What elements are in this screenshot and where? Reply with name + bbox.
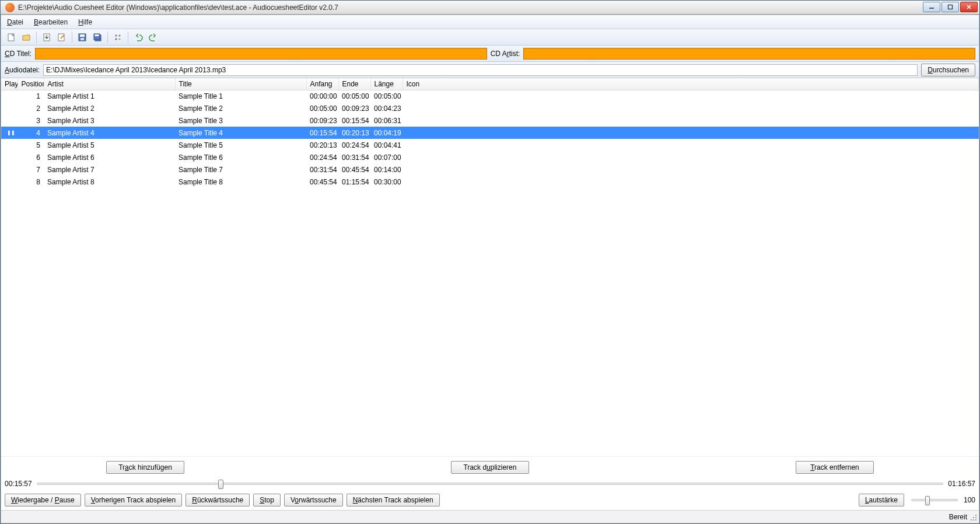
cell-icon	[402, 176, 979, 188]
time-row: 00:15:57 01:16:57	[1, 477, 979, 490]
title-bar: E:\Projekte\Audio Cuesheet Editor (Windo…	[1, 1, 979, 15]
table-row[interactable]: 8Sample Artist 8Sample Title 800:45:5401…	[1, 176, 979, 188]
undo-button[interactable]	[132, 31, 145, 44]
cell-icon	[402, 114, 979, 127]
table-row[interactable]: 3Sample Artist 3Sample Title 300:09:2300…	[1, 114, 979, 127]
edit-track-button[interactable]	[55, 31, 68, 44]
cell-position: 6	[18, 151, 44, 163]
col-end[interactable]: Ende	[338, 78, 370, 90]
edit-icon	[57, 33, 66, 42]
cell-start: 00:15:54	[306, 127, 338, 139]
cell-icon	[402, 151, 979, 163]
browse-button[interactable]: Durchsuchen	[921, 64, 975, 76]
track-actions-row: Track hinzufügen Track duplizieren Track…	[1, 456, 979, 477]
save-button[interactable]	[76, 31, 89, 44]
time-total: 01:16:57	[948, 480, 975, 488]
col-artist[interactable]: Artist	[44, 78, 175, 90]
cell-end: 00:05:00	[338, 90, 370, 102]
stop-button[interactable]: Stop	[253, 494, 281, 506]
import-icon	[42, 33, 51, 42]
cell-artist: Sample Artist 8	[44, 176, 175, 188]
prev-track-button[interactable]: Vorherigen Track abspielen	[85, 494, 182, 506]
cell-artist: Sample Artist 6	[44, 151, 175, 163]
seek-fwd-button[interactable]: Vorwärtssuche	[284, 494, 343, 506]
svg-point-15	[119, 34, 121, 36]
menu-edit[interactable]: Bearbeiten	[32, 17, 70, 27]
cell-icon	[402, 163, 979, 176]
seek-slider[interactable]	[37, 483, 944, 485]
audiofile-input[interactable]	[43, 64, 918, 76]
import-button[interactable]	[40, 31, 53, 44]
cell-length: 00:04:19	[370, 127, 402, 139]
cell-length: 00:07:00	[370, 151, 402, 163]
seek-back-button[interactable]: Rückwärtssuche	[186, 494, 250, 506]
col-length[interactable]: Länge	[370, 78, 402, 90]
col-title[interactable]: Title	[175, 78, 306, 90]
status-text: Bereit	[949, 513, 967, 521]
cell-start: 00:31:54	[306, 163, 338, 176]
cell-artist: Sample Artist 7	[44, 163, 175, 176]
cell-playing	[1, 139, 18, 151]
cell-end: 00:20:13	[338, 127, 370, 139]
cell-title: Sample Title 5	[175, 139, 306, 151]
playpause-button[interactable]: Wiedergabe / Pause	[5, 494, 81, 506]
maximize-button[interactable]	[942, 2, 959, 12]
col-start[interactable]: Anfang	[306, 78, 338, 90]
open-folder-icon	[22, 33, 31, 42]
cell-artist: Sample Artist 4	[44, 127, 175, 139]
table-row[interactable]: 1Sample Artist 1Sample Title 100:00:0000…	[1, 90, 979, 102]
dup-track-button[interactable]: Track duplizieren	[451, 461, 529, 474]
autofill-button[interactable]	[111, 31, 124, 44]
cell-icon	[402, 139, 979, 151]
track-table[interactable]: Playir Position Artist Title Anfang Ende…	[1, 78, 979, 188]
table-row[interactable]: ❚❚4Sample Artist 4Sample Title 400:15:54…	[1, 127, 979, 139]
table-row[interactable]: 6Sample Artist 6Sample Title 600:24:5400…	[1, 151, 979, 163]
volume-button[interactable]: Lautstärke	[859, 494, 904, 506]
cd-title-input[interactable]	[35, 48, 487, 60]
cell-position: 4	[18, 127, 44, 139]
menu-file[interactable]: Datei	[5, 17, 26, 27]
col-position[interactable]: Position	[18, 78, 44, 90]
menu-help[interactable]: Hilfe	[76, 17, 94, 27]
cell-playing	[1, 176, 18, 188]
save-icon	[78, 33, 87, 42]
volume-slider[interactable]	[911, 499, 958, 501]
table-row[interactable]: 5Sample Artist 5Sample Title 500:20:1300…	[1, 139, 979, 151]
remove-track-button[interactable]: Track entfernen	[796, 461, 874, 474]
volume-thumb[interactable]	[925, 496, 930, 505]
resize-grip[interactable]	[970, 513, 978, 522]
next-track-button[interactable]: Nächsten Track abspielen	[346, 494, 440, 506]
toolbar-separator	[72, 32, 72, 43]
cell-artist: Sample Artist 5	[44, 139, 175, 151]
cell-playing: ❚❚	[1, 127, 18, 139]
svg-rect-13	[95, 34, 99, 36]
open-button[interactable]	[20, 31, 33, 44]
redo-button[interactable]	[147, 31, 160, 44]
minimize-button[interactable]	[923, 2, 940, 12]
svg-rect-10	[80, 38, 84, 40]
col-playing[interactable]: Playir	[1, 78, 18, 90]
cell-title: Sample Title 4	[175, 127, 306, 139]
app-icon	[5, 3, 15, 12]
cell-length: 00:04:23	[370, 102, 402, 114]
table-row[interactable]: 7Sample Artist 7Sample Title 700:31:5400…	[1, 163, 979, 176]
cell-end: 01:15:54	[338, 176, 370, 188]
cd-artist-input[interactable]	[523, 48, 975, 60]
table-header-row[interactable]: Playir Position Artist Title Anfang Ende…	[1, 78, 979, 90]
save-all-button[interactable]	[91, 31, 104, 44]
audiofile-row: Audiodatei: Durchsuchen	[1, 62, 979, 78]
cd-title-label: CD Titel:	[5, 50, 32, 58]
minimize-icon	[929, 4, 935, 10]
cell-playing	[1, 114, 18, 127]
new-button[interactable]	[5, 31, 18, 44]
maximize-icon	[947, 4, 953, 10]
seek-thumb[interactable]	[218, 480, 223, 489]
close-button[interactable]	[960, 2, 978, 12]
time-current: 00:15:57	[5, 480, 32, 488]
add-track-button[interactable]: Track hinzufügen	[106, 461, 184, 474]
col-icon[interactable]: Icon	[402, 78, 979, 90]
table-row[interactable]: 2Sample Artist 2Sample Title 200:05:0000…	[1, 102, 979, 114]
cell-position: 8	[18, 176, 44, 188]
toolbar	[1, 29, 979, 46]
svg-point-16	[116, 38, 117, 40]
